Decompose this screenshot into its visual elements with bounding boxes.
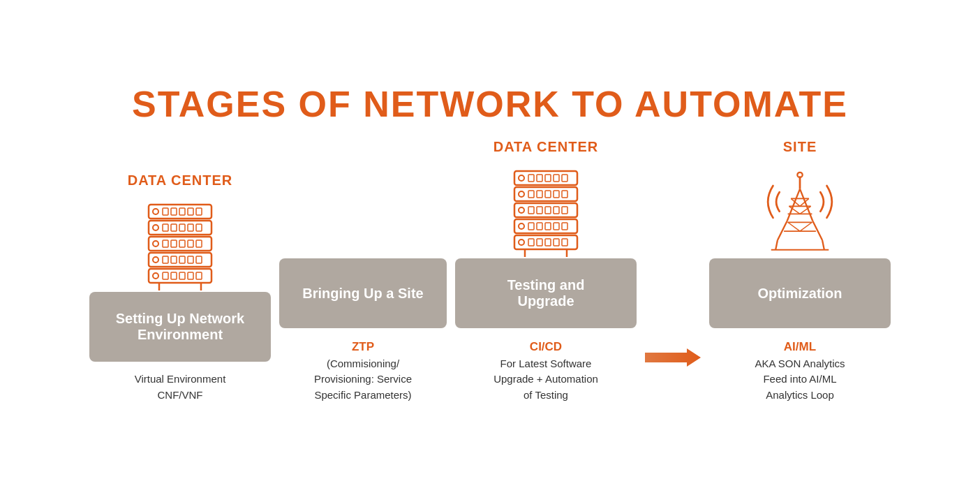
svg-rect-54 (537, 207, 542, 214)
svg-rect-42 (554, 175, 559, 182)
stage-2: PLACEHOLDER Bringing Up a Site ZTP (Comm… (279, 139, 447, 403)
stage-3-desc: CI/CD For Latest SoftwareUpgrade + Autom… (493, 338, 598, 403)
svg-rect-12 (188, 224, 193, 231)
svg-rect-9 (163, 224, 168, 231)
svg-rect-71 (562, 239, 567, 246)
svg-rect-68 (537, 239, 542, 246)
svg-rect-40 (537, 175, 542, 182)
svg-rect-47 (537, 191, 542, 198)
svg-line-89 (788, 222, 800, 231)
svg-rect-33 (188, 272, 193, 279)
svg-rect-5 (188, 208, 193, 215)
svg-rect-70 (554, 239, 559, 246)
stage-2-desc: ZTP (Commisioning/Provisioning: ServiceS… (314, 338, 412, 403)
stage-3: DATA CENTER (455, 139, 637, 403)
stage-4-highlight: AI/ML (784, 340, 816, 353)
svg-line-90 (800, 222, 812, 231)
stage-1-icon (142, 194, 218, 292)
svg-rect-26 (188, 256, 193, 263)
stage-1: DATA CENTER (89, 172, 271, 403)
svg-point-29 (153, 273, 158, 279)
page-container: STAGES OF NETWORK TO AUTOMATE DATA CENTE… (29, 83, 951, 403)
svg-line-91 (775, 240, 778, 250)
svg-rect-48 (545, 191, 551, 198)
svg-rect-57 (562, 207, 567, 214)
stage-4: SITE (709, 139, 891, 403)
svg-rect-6 (196, 208, 202, 215)
stage-2-box: Bringing Up a Site (279, 258, 447, 328)
svg-rect-4 (179, 208, 185, 215)
stage-3-icon (507, 161, 584, 258)
stage-3-box: Testing andUpgrade (455, 258, 637, 328)
svg-point-66 (519, 240, 524, 245)
svg-rect-27 (196, 256, 202, 263)
svg-rect-60 (528, 223, 534, 230)
svg-marker-74 (645, 348, 701, 367)
svg-rect-31 (171, 272, 177, 279)
svg-rect-25 (179, 256, 185, 263)
svg-point-8 (153, 225, 158, 230)
arrow-3-4 (645, 347, 701, 403)
svg-line-92 (822, 240, 824, 250)
svg-rect-11 (179, 224, 185, 231)
svg-rect-24 (171, 256, 177, 263)
stages-row: DATA CENTER (29, 139, 951, 403)
svg-rect-43 (562, 175, 567, 182)
svg-rect-46 (528, 191, 534, 198)
svg-rect-62 (545, 223, 551, 230)
stage-1-box: Setting Up Network Environment (89, 292, 271, 362)
svg-rect-2 (163, 208, 168, 215)
svg-rect-69 (545, 239, 551, 246)
svg-rect-3 (171, 208, 177, 215)
svg-rect-49 (554, 191, 559, 198)
svg-rect-56 (554, 207, 559, 214)
stage-4-top-label: SITE (783, 139, 817, 155)
svg-rect-17 (171, 240, 177, 247)
stage-4-box: Optimization (709, 258, 891, 328)
svg-point-22 (153, 257, 158, 263)
svg-rect-32 (179, 272, 185, 279)
stage-2-highlight: ZTP (352, 340, 374, 353)
svg-point-94 (797, 172, 802, 177)
svg-rect-30 (163, 272, 168, 279)
svg-rect-13 (196, 224, 202, 231)
svg-rect-63 (554, 223, 559, 230)
svg-rect-34 (196, 272, 202, 279)
svg-rect-50 (562, 191, 567, 198)
svg-rect-16 (163, 240, 168, 247)
svg-rect-53 (528, 207, 534, 214)
svg-rect-19 (188, 240, 193, 247)
svg-rect-67 (528, 239, 534, 246)
stage-1-top-label: DATA CENTER (128, 172, 233, 189)
svg-rect-20 (196, 240, 202, 247)
svg-rect-23 (163, 256, 168, 263)
stage-3-highlight: CI/CD (530, 340, 562, 353)
svg-rect-64 (562, 223, 567, 230)
svg-rect-61 (537, 223, 542, 230)
page-title: STAGES OF NETWORK TO AUTOMATE (132, 83, 848, 125)
stage-1-desc: Virtual EnvironmentCNF/VNF (135, 371, 226, 403)
stage-3-top-label: DATA CENTER (493, 139, 599, 155)
svg-point-45 (519, 191, 524, 197)
svg-rect-55 (545, 207, 551, 214)
svg-point-38 (519, 175, 524, 181)
svg-point-59 (519, 223, 524, 229)
stage-4-desc: AI/ML AKA SON AnalyticsFeed into AI/MLAn… (755, 338, 845, 403)
svg-point-52 (519, 207, 524, 213)
svg-rect-41 (545, 175, 551, 182)
svg-rect-10 (171, 224, 177, 231)
svg-rect-39 (528, 175, 534, 182)
svg-point-1 (153, 209, 158, 214)
stage-4-icon (762, 161, 838, 258)
svg-rect-18 (179, 240, 185, 247)
svg-point-15 (153, 241, 158, 246)
